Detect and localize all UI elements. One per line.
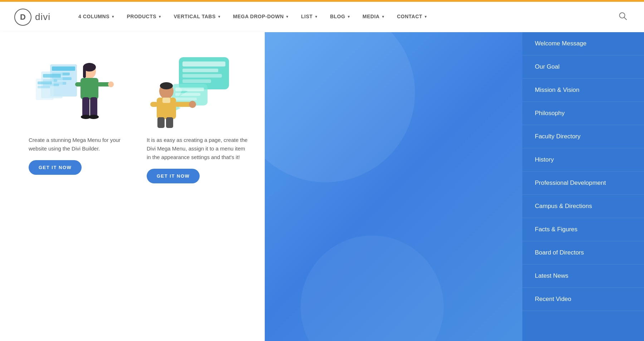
nav-item-media[interactable]: Media ▾: [356, 2, 390, 32]
right-sidebar: Welcome Message Our Goal Mission & Visio…: [522, 32, 644, 341]
nav-item-list[interactable]: List ▾: [295, 2, 324, 32]
svg-rect-21: [82, 97, 89, 117]
mega-col-2: It is as easy as creating a page, create…: [147, 50, 250, 183]
nav-item-4columns[interactable]: 4 Columns ▾: [72, 2, 120, 32]
sidebar-item-history[interactable]: History: [522, 148, 644, 172]
svg-rect-20: [75, 82, 82, 87]
mega-col-1: Create a stunning Mega Menu for your web…: [29, 50, 132, 175]
illustration-2: [147, 50, 233, 129]
svg-rect-33: [175, 93, 200, 96]
svg-rect-39: [162, 98, 170, 103]
mega-col-1-text: Create a stunning Mega Menu for your web…: [29, 136, 132, 153]
logo-text: divi: [35, 11, 50, 23]
logo-icon: D: [14, 9, 31, 26]
sidebar-item-faculty-directory[interactable]: Faculty Directory: [522, 125, 644, 148]
logo[interactable]: D divi: [14, 9, 50, 26]
sidebar-item-professional-development[interactable]: Professional Development: [522, 172, 644, 195]
chevron-down-icon: ▾: [348, 15, 350, 19]
chevron-down-icon: ▾: [112, 15, 114, 19]
mega-menu-panel: Create a stunning Mega Menu for your web…: [0, 32, 265, 341]
nav-item-mega-dropdown[interactable]: Mega Drop-Down ▾: [226, 2, 294, 32]
sidebar-item-latest-news[interactable]: Latest News: [522, 265, 644, 288]
search-icon[interactable]: [616, 9, 630, 25]
nav-menu: 4 Columns ▾ Products ▾ Vertical Tabs ▾ M…: [72, 2, 616, 32]
svg-rect-28: [182, 74, 222, 78]
sidebar-item-facts-figures[interactable]: Facts & Figures: [522, 218, 644, 241]
svg-rect-16: [83, 67, 86, 78]
mega-col-2-text: It is as easy as creating a page, create…: [147, 136, 250, 162]
svg-rect-26: [182, 61, 225, 66]
svg-point-37: [160, 82, 173, 89]
svg-point-41: [189, 101, 196, 108]
chevron-down-icon: ▾: [425, 15, 427, 19]
illustration-1: [29, 50, 114, 129]
svg-point-19: [108, 81, 114, 87]
svg-line-1: [624, 18, 627, 20]
chevron-down-icon: ▾: [218, 15, 220, 19]
svg-rect-8: [43, 74, 61, 78]
main-area: Create a stunning Mega Menu for your web…: [0, 32, 644, 341]
svg-rect-34: [175, 98, 197, 100]
sidebar-item-welcome-message[interactable]: Welcome Message: [522, 32, 644, 55]
sidebar-item-philosophy[interactable]: Philosophy: [522, 102, 644, 125]
sidebar-item-mission-vision[interactable]: Mission & Vision: [522, 79, 644, 102]
svg-rect-42: [150, 102, 158, 107]
nav-item-products[interactable]: Products ▾: [120, 2, 167, 32]
chevron-down-icon: ▾: [315, 15, 317, 19]
svg-rect-27: [182, 69, 218, 72]
svg-rect-17: [80, 78, 98, 99]
svg-rect-43: [157, 117, 165, 128]
svg-rect-29: [182, 79, 211, 83]
nav-item-blog[interactable]: Blog ▾: [323, 2, 356, 32]
nav-item-contact[interactable]: Contact ▾: [390, 2, 433, 32]
sidebar-item-campus-directions[interactable]: Campus & Directions: [522, 195, 644, 218]
nav-item-vertical-tabs[interactable]: Vertical Tabs ▾: [167, 2, 227, 32]
svg-rect-22: [90, 97, 97, 117]
svg-rect-32: [175, 88, 204, 91]
svg-rect-12: [38, 81, 52, 84]
get-it-now-button-1[interactable]: GET IT NOW: [29, 160, 82, 175]
chevron-down-icon: ▾: [382, 15, 384, 19]
get-it-now-button-2[interactable]: GET IT NOW: [147, 169, 200, 183]
svg-rect-44: [166, 117, 173, 128]
chevron-down-icon: ▾: [159, 15, 161, 19]
navbar: D divi 4 Columns ▾ Products ▾ Vertical T…: [0, 2, 644, 32]
blue-background: [265, 32, 522, 341]
svg-point-24: [89, 115, 99, 119]
chevron-down-icon: ▾: [286, 15, 288, 19]
sidebar-item-board-of-directors[interactable]: Board of Directors: [522, 241, 644, 265]
sidebar-item-our-goal[interactable]: Our Goal: [522, 55, 644, 79]
svg-rect-3: [52, 66, 75, 71]
sidebar-item-recent-video[interactable]: Recent Video: [522, 288, 644, 311]
svg-rect-13: [38, 86, 50, 88]
